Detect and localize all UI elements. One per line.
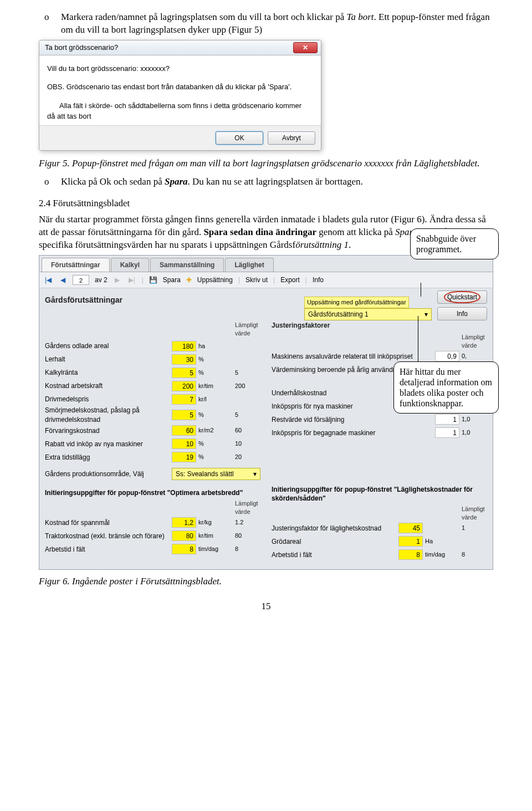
unit-label: % — [196, 453, 233, 461]
value-input[interactable]: 1 — [435, 427, 459, 438]
form-row: Kalkylränta5%5 — [45, 366, 260, 379]
bullet-item-1: o Markera raden/namnet på lagringsplatse… — [39, 11, 493, 37]
close-button[interactable]: ✕ — [293, 42, 318, 53]
tab-forutsattningar[interactable]: Förutsättningar — [42, 258, 110, 272]
value-input[interactable]: 8 — [172, 544, 196, 554]
value-input[interactable]: 1 — [398, 536, 423, 547]
unit-label: kr/l — [196, 395, 233, 404]
cancel-button[interactable]: Avbryt — [268, 131, 315, 145]
text: genom att klicka på — [316, 227, 395, 237]
field-label: Kostnad arbetskraft — [45, 381, 172, 390]
nav-prev-icon[interactable]: ◀ — [58, 276, 67, 284]
uppsattning-button[interactable]: Uppsättning — [197, 276, 233, 284]
value-input[interactable]: 1,2 — [172, 517, 196, 528]
bullet-item-2: o Klicka på Ok och sedan på Spara. Du ka… — [39, 176, 493, 188]
justeringsfaktorer-header: Justeringsfaktorer — [272, 321, 487, 330]
value-input[interactable]: 180 — [172, 341, 196, 351]
nav-last-icon[interactable]: ▶| — [127, 276, 136, 284]
value-input[interactable]: 10 — [172, 438, 196, 449]
field-label: Lerhalt — [45, 355, 172, 364]
field-label: Inköpspris för begagnade maskiner — [272, 429, 435, 437]
field-label: Gårdens odlade areal — [45, 341, 172, 350]
tab-laglighet[interactable]: Läglighet — [225, 258, 273, 272]
suggested-value: 10 — [233, 440, 260, 448]
page-of-label: av 2 — [95, 276, 108, 284]
uppsattning-select[interactable]: Gårdsförutsättning 1 ▾ — [304, 308, 432, 320]
region-label: Gårdens produktionsområde, Välj — [45, 470, 172, 478]
callout-connector — [418, 316, 419, 363]
unit-label: kr/kg — [196, 518, 233, 527]
lampligt-varde-header: Lämpligt värde — [233, 321, 260, 338]
save-icon: 💾 — [149, 276, 157, 284]
save-button[interactable]: Spara — [163, 276, 181, 284]
field-label: Arbetstid i fält — [45, 545, 172, 554]
ok-button[interactable]: OK — [216, 131, 263, 145]
text: Markera raden/namnet på lagringsplatsen … — [61, 12, 347, 22]
value-input[interactable]: 1 — [435, 414, 459, 425]
value-input[interactable]: 30 — [172, 354, 196, 365]
toolbar: |◀ ◀ 2 av 2 ▶ ▶| | 💾 Spara ✚ Uppsättning… — [39, 272, 493, 288]
tab-sammanstallning[interactable]: Sammanställning — [150, 258, 224, 272]
callout-quickstart: Snabbguide över programmet. — [410, 228, 499, 259]
nav-next-icon[interactable]: ▶ — [113, 276, 122, 284]
field-label: Smörjmedelskostnad, påslag på drivmedels… — [45, 406, 172, 424]
form-row: Arbetstid i fält8tim/dag8 — [45, 543, 260, 556]
suggested-value: 1.2 — [233, 518, 260, 527]
print-button[interactable]: Skriv ut — [245, 276, 268, 284]
text-italic: Ta bort — [347, 12, 374, 22]
app-screenshot-wrap: Snabbguide över programmet. Här hittar d… — [39, 255, 493, 570]
page-number-input[interactable]: 2 — [73, 275, 89, 285]
plus-icon: ✚ — [186, 276, 192, 284]
unit-label: kr/m2 — [196, 426, 233, 435]
value-input[interactable]: 7 — [172, 394, 196, 405]
bullet-text: Klicka på Ok och sedan på Spara. Du kan … — [61, 176, 493, 188]
init-left-title: Initieringsuppgifter för popup-fönstret … — [45, 488, 260, 497]
quickstart-button[interactable]: Quickstart — [437, 290, 487, 304]
dialog-line: OBS. Grödscenario tas endast bort från d… — [47, 81, 313, 93]
value-input[interactable]: 200 — [172, 381, 196, 391]
form-row: Lerhalt30% — [45, 353, 260, 366]
form-row: Drivmedelspris7kr/l — [45, 392, 260, 406]
form-row: Grödareal1Ha — [272, 535, 487, 548]
field-label: Kostnad för spannmål — [45, 518, 172, 527]
lampligt-varde-header: Lämpligt värde — [459, 333, 487, 350]
value-input[interactable]: 45 — [398, 523, 423, 533]
region-select[interactable]: Ss: Svealands slättl ▾ — [172, 468, 260, 480]
text-italic: örutsättning 1 — [295, 239, 349, 250]
nav-first-icon[interactable]: |◀ — [44, 276, 53, 284]
dialog-title: Ta bort grödsscenario? — [45, 43, 118, 53]
value-input[interactable]: 60 — [172, 425, 196, 436]
bullet-marker: o — [39, 176, 61, 188]
value-input[interactable]: 0,9 — [435, 351, 459, 361]
dialog-body: Vill du ta bort grödsscenario: xxxxxxx? … — [39, 55, 321, 125]
right-column: Justeringsfaktorer Lämpligt värde Maskin… — [272, 321, 487, 562]
suggested-value: 1,0 — [459, 429, 487, 437]
value-input[interactable]: 19 — [172, 452, 196, 462]
suggested-value: 200 — [233, 382, 260, 390]
dialog-line: då att tas bort — [47, 111, 313, 122]
bullet-marker: o — [39, 11, 61, 37]
form-row: Extra tidstillägg19%20 — [45, 451, 260, 464]
value-input[interactable]: 5 — [172, 410, 196, 420]
info-panel-button[interactable]: Info — [437, 307, 487, 320]
form-row: Rabatt vid inköp av nya maskiner10%10 — [45, 437, 260, 451]
tab-kalkyl[interactable]: Kalkyl — [111, 258, 149, 272]
unit-label: % — [196, 355, 233, 364]
value-input[interactable]: 80 — [172, 531, 196, 541]
field-label: Traktorkostnad (exkl. bränsle och förare… — [45, 532, 172, 540]
dialog-line: Alla fält i skörde- och såddtabellerna s… — [47, 100, 313, 111]
unit-label: kr/tim — [196, 532, 233, 540]
info-button[interactable]: Info — [313, 276, 324, 284]
field-label: Extra tidstillägg — [45, 453, 172, 462]
heading-2-4: 2.4 Förutsättningsbladet — [39, 197, 493, 210]
form-row: Inköpspris för begagnade maskiner11,0 — [272, 426, 487, 440]
text: Klicka på Ok och sedan på — [61, 176, 165, 187]
value-input[interactable]: 5 — [172, 368, 196, 378]
select-value: Ss: Svealands slättl — [176, 470, 234, 478]
figure-5-caption: Figur 5. Popup-fönstret med frågan om ma… — [39, 157, 493, 170]
suggested-value: 0, — [459, 352, 487, 360]
value-input[interactable]: 8 — [398, 549, 423, 560]
init-right-title: Initieringsuppgifter för popup-fönstret … — [272, 485, 487, 503]
export-button[interactable]: Export — [280, 276, 300, 284]
unit-label: Ha — [423, 537, 459, 545]
